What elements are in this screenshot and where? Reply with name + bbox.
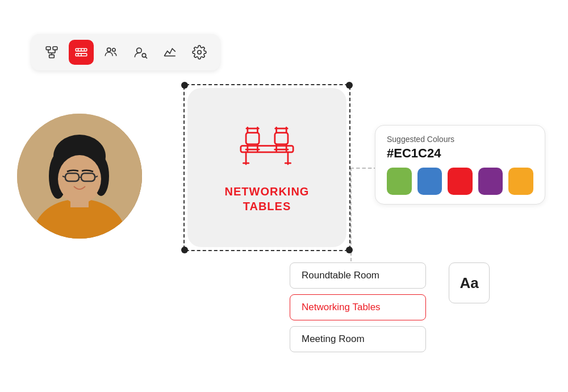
svg-rect-0 [46,47,51,49]
colours-panel-hex: #EC1C24 [387,146,533,161]
typography-badge[interactable]: Aa [449,262,490,303]
swatch-purple[interactable] [478,168,503,195]
svg-point-20 [198,51,202,55]
room-item-roundtable[interactable]: Roundtable Room [290,262,426,289]
svg-rect-43 [275,133,288,144]
icon-card: NETWORKING TABLES [187,88,346,247]
diagram-icon [44,45,59,60]
svg-line-18 [145,57,147,59]
handle-bl[interactable] [181,247,188,253]
toolbar-btn-table[interactable] [69,40,94,65]
swatch-orange[interactable] [508,168,533,195]
settings-icon [192,45,207,60]
svg-rect-39 [246,133,259,144]
colours-panel: Suggested Colours #EC1C24 [375,125,545,205]
room-list: Roundtable Room Networking Tables Meetin… [290,262,426,352]
swatch-blue[interactable] [417,168,442,195]
users-icon [103,45,118,60]
tables-icon [233,122,301,175]
svg-point-17 [142,53,146,57]
colour-swatches [387,168,533,195]
svg-point-15 [112,48,115,51]
svg-point-16 [137,48,142,53]
avatar [17,114,142,239]
svg-rect-2 [49,55,55,57]
toolbar-btn-chart[interactable] [157,40,182,65]
handle-br[interactable] [346,247,353,253]
colours-panel-title: Suggested Colours [387,135,533,144]
room-item-meeting[interactable]: Meeting Room [290,326,426,352]
swatch-green[interactable] [387,168,412,195]
toolbar-btn-search-user[interactable] [128,40,153,65]
handle-tr[interactable] [346,82,353,89]
search-user-icon [133,45,148,60]
toolbar-btn-settings[interactable] [187,40,212,65]
icon-card-label: NETWORKING TABLES [225,184,310,214]
table-icon [74,45,89,60]
toolbar [31,34,220,70]
svg-point-14 [107,48,111,52]
toolbar-btn-users[interactable] [98,40,123,65]
handle-tl[interactable] [181,82,188,89]
avatar-image [17,114,142,239]
connector-line-v [350,168,352,267]
toolbar-btn-diagram[interactable] [39,40,64,65]
swatch-red[interactable] [448,168,473,195]
svg-rect-1 [53,47,57,49]
room-item-networking[interactable]: Networking Tables [290,294,426,320]
chart-icon [162,45,177,60]
